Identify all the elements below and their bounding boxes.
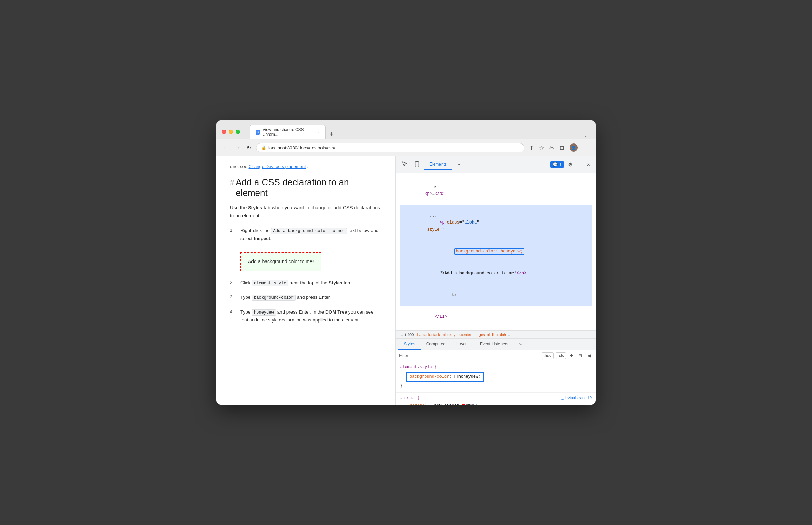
breadcrumb-item-1[interactable]: div.stack.stack--block.type.center-image…: [416, 333, 485, 337]
tab-layout[interactable]: Layout: [451, 339, 474, 350]
element-style-selector: element.style {: [400, 365, 437, 369]
step-3: 3 Type background-color and press Enter.: [230, 294, 382, 301]
close-button[interactable]: [222, 130, 226, 134]
border-value: #f00: [466, 403, 476, 405]
tab-favicon: G: [256, 130, 260, 135]
tab-styles[interactable]: Styles: [398, 339, 421, 350]
reload-button[interactable]: ↻: [245, 143, 252, 152]
heading-text: Add a CSS declaration to an element: [236, 177, 382, 198]
more-icon[interactable]: ⋮: [576, 161, 583, 168]
styles-bold: Styles: [248, 205, 262, 210]
filter-bar: :hov .cls + ⊟ ◀: [396, 350, 596, 361]
dom-tree: ▶ <p>…</p> ... <p class="aloha" style=" …: [396, 173, 596, 331]
dom-line-2-selected: ... <p class="aloha" style=": [400, 205, 592, 241]
bookmark-icon[interactable]: ☆: [538, 143, 545, 152]
section-description: Use the Styles tab when you want to chan…: [230, 204, 382, 220]
breadcrumb-dots: ...: [400, 333, 403, 337]
devtools-pane: Elements » 💬 1 ⚙ ⋮ × ▶ <p>…</p: [396, 156, 596, 405]
devtools-toolbar-right: 💬 1 ⚙ ⋮ ×: [550, 161, 591, 168]
step-3-code: background-color: [252, 295, 296, 301]
intro-text: one, see Change DevTools placement .: [230, 163, 382, 170]
chat-badge[interactable]: 💬 1: [550, 161, 564, 168]
step-4-text: Type honeydew and press Enter. In the DO…: [240, 308, 382, 324]
webpage-pane: one, see Change DevTools placement . # A…: [216, 156, 396, 405]
demo-element[interactable]: Add a background color to me!: [240, 252, 321, 271]
new-tab-button[interactable]: +: [327, 129, 336, 139]
breadcrumb-item-2[interactable]: ol: [487, 333, 490, 337]
red-swatch[interactable]: [462, 404, 465, 405]
breadcrumb-more[interactable]: ...: [508, 333, 511, 337]
minimize-button[interactable]: [229, 130, 233, 134]
settings-icon[interactable]: ⚙: [567, 161, 574, 168]
security-icon: 🔒: [261, 145, 266, 150]
change-devtools-link[interactable]: Change DevTools placement: [249, 164, 306, 169]
step-1-text: Right-click the Add a background color t…: [240, 227, 382, 272]
dom-line-eq: == $0: [400, 284, 592, 306]
address-bar[interactable]: 🔒 localhost:8080/docs/devtools/css/: [256, 143, 524, 152]
tab-elements[interactable]: Elements: [424, 159, 452, 170]
bg-color-prop: background-color: [409, 374, 449, 379]
breadcrumb-item-3[interactable]: li: [492, 333, 494, 337]
cut-icon[interactable]: ✂: [548, 143, 555, 152]
traffic-lights: [222, 130, 240, 134]
inspect-element-icon[interactable]: [400, 160, 409, 169]
honeydew-swatch[interactable]: [454, 375, 458, 378]
extensions-icon[interactable]: ⊞: [558, 143, 565, 152]
maximize-button[interactable]: [236, 130, 240, 134]
navigation-bar: ← → ↻ 🔒 localhost:8080/docs/devtools/css…: [216, 139, 596, 156]
cls-filter-btn[interactable]: .cls: [556, 352, 566, 359]
tab-close-icon[interactable]: ×: [318, 130, 320, 134]
devtools-tabs: Elements »: [421, 159, 550, 170]
dom-line-1: ▶ <p>…</p>: [400, 176, 592, 205]
tab-expand-icon[interactable]: ⌄: [581, 132, 590, 139]
nav-icons: ⬆ ☆ ✂ ⊞ 👤 ⋮: [528, 142, 590, 153]
breadcrumb-item-4[interactable]: p.aloh: [496, 333, 506, 337]
styles-panel: :hov .cls + ⊟ ◀ element.style { backgrou…: [396, 350, 596, 405]
hover-filter-btn[interactable]: :hov: [542, 352, 554, 359]
step-number-3: 3: [230, 294, 236, 299]
step-2: 2 Click element.style near the top of th…: [230, 279, 382, 287]
svg-point-1: [417, 165, 417, 166]
filter-input[interactable]: [399, 353, 539, 358]
active-tab[interactable]: G View and change CSS - Chrom... ×: [250, 125, 326, 139]
breadcrumb-item-0[interactable]: t-400: [405, 333, 414, 337]
styles-tabs-bar: Styles Computed Layout Event Listeners »: [396, 339, 596, 350]
bg-color-rule-highlighted: background-color: honeydew;: [406, 372, 484, 382]
tab-more-arrow[interactable]: »: [452, 159, 466, 170]
element-style-close: }: [400, 384, 402, 388]
tab-event-listeners[interactable]: Event Listeners: [474, 339, 514, 350]
section-heading: # Add a CSS declaration to an element: [230, 177, 382, 198]
tab-more-styles[interactable]: »: [514, 339, 527, 350]
filter-actions: :hov .cls + ⊟ ◀: [542, 352, 592, 359]
border-expand[interactable]: ▶: [429, 404, 432, 405]
tab-title: View and change CSS - Chrom...: [263, 127, 314, 137]
add-rule-btn[interactable]: +: [568, 352, 575, 359]
new-stylesheet-btn[interactable]: ⊟: [577, 353, 584, 359]
address-text: localhost:8080/docs/devtools/css/: [268, 145, 335, 150]
aloha-selector: .aloha {: [400, 396, 420, 400]
share-icon[interactable]: ⬆: [528, 143, 535, 152]
device-mode-icon[interactable]: [413, 160, 421, 169]
element-style-rule: element.style { background-color: honeyd…: [396, 361, 596, 393]
chat-icon: 💬: [553, 162, 558, 167]
devtools-toolbar: Elements » 💬 1 ⚙ ⋮ ×: [396, 156, 596, 173]
breadcrumb-bar: ... t-400 div.stack.stack--block.type.ce…: [396, 331, 596, 339]
aloha-file-ref[interactable]: _devtools.scss:19: [562, 395, 592, 402]
dom-line-highlight: background-color: honeydew;: [400, 241, 592, 262]
tab-computed[interactable]: Computed: [421, 339, 451, 350]
toggle-sidebar-btn[interactable]: ◀: [586, 353, 592, 359]
step-4-code: honeydew: [252, 309, 276, 316]
forward-button[interactable]: →: [234, 143, 242, 152]
profile-avatar: 👤: [570, 143, 578, 152]
more-menu-button[interactable]: ⋮: [582, 143, 590, 152]
expand-arrow[interactable]: ▶: [435, 185, 437, 189]
step-2-text: Click element.style near the top of the …: [240, 279, 351, 287]
heading-hash: #: [230, 178, 234, 187]
back-button[interactable]: ←: [222, 143, 230, 152]
devtools-toolbar-left: [400, 160, 421, 169]
main-content: one, see Change DevTools placement . # A…: [216, 156, 596, 405]
close-devtools-icon[interactable]: ×: [586, 161, 591, 168]
step-2-code: element.style: [252, 280, 288, 286]
step-1: 1 Right-click the Add a background color…: [230, 227, 382, 272]
profile-icon[interactable]: 👤: [568, 142, 579, 153]
